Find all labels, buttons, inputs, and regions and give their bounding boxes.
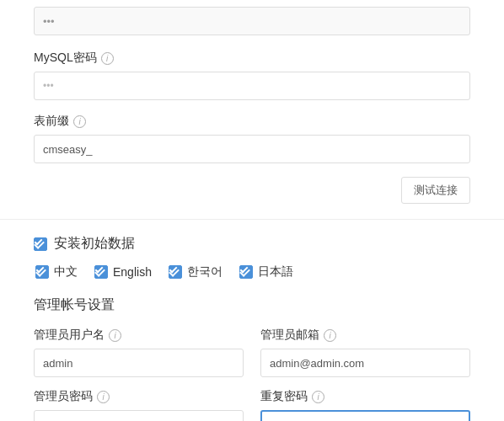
test-connection-row: 测试连接 (34, 177, 470, 204)
username-col: 管理员用户名 i (34, 328, 244, 377)
test-connection-button[interactable]: 测试连接 (401, 177, 470, 204)
table-prefix-group: 表前缀 i (34, 114, 470, 163)
mysql-password-info-icon[interactable]: i (101, 52, 114, 65)
confirm-info-icon[interactable]: i (312, 391, 324, 403)
mysql-password-group: MySQL密码 i (34, 51, 470, 100)
table-prefix-info-icon[interactable]: i (73, 115, 86, 128)
install-data-checkbox[interactable] (34, 237, 47, 251)
page-container: MySQL密码 i 表前缀 i 测试连接 安装初始数据 中文 English (0, 0, 504, 421)
language-row: 中文 English 한국어 日本語 (34, 264, 470, 280)
password-input[interactable] (34, 410, 244, 421)
lang-checkbox-english[interactable] (94, 265, 108, 279)
mysql-password-label: MySQL密码 i (34, 51, 470, 66)
email-label: 管理员邮箱 i (260, 328, 470, 343)
email-label-text: 管理员邮箱 (260, 328, 319, 343)
password-col: 管理员密码 i (34, 389, 244, 421)
lang-item-japanese: 日本語 (239, 264, 293, 280)
lang-checkbox-japanese[interactable] (239, 265, 253, 279)
lang-label-chinese: 中文 (54, 264, 78, 280)
mysql-password-input[interactable] (34, 72, 470, 100)
lang-label-korean: 한국어 (187, 264, 223, 280)
lang-item-korean: 한국어 (169, 264, 223, 280)
install-data-title: 安装初始数据 (54, 235, 135, 253)
confirm-label-text: 重复密码 (260, 389, 308, 404)
table-prefix-label: 表前缀 i (34, 114, 470, 129)
mysql-password-text: MySQL密码 (34, 51, 97, 66)
top-field-section (34, 0, 470, 35)
email-info-icon[interactable]: i (324, 329, 336, 342)
admin-row-2: 管理员密码 i 重复密码 i (34, 389, 470, 421)
email-col: 管理员邮箱 i (260, 328, 470, 377)
install-data-section-header: 安装初始数据 (34, 235, 470, 253)
table-prefix-text: 表前缀 (34, 114, 69, 129)
username-label-text: 管理员用户名 (34, 328, 105, 343)
confirm-password-input[interactable] (260, 410, 470, 421)
password-label-text: 管理员密码 (34, 389, 93, 404)
confirm-label: 重复密码 i (260, 389, 470, 404)
confirm-col: 重复密码 i (260, 389, 470, 421)
username-info-icon[interactable]: i (109, 329, 121, 342)
lang-label-english: English (113, 265, 152, 279)
username-input[interactable] (34, 349, 244, 377)
lang-item-english: English (94, 265, 152, 279)
password-info-icon[interactable]: i (97, 391, 110, 403)
lang-label-japanese: 日本語 (258, 264, 293, 280)
section-divider-1 (0, 219, 504, 220)
username-label: 管理员用户名 i (34, 328, 244, 343)
admin-section-title: 管理帐号设置 (34, 296, 470, 314)
lang-item-chinese: 中文 (35, 264, 78, 280)
admin-row-1: 管理员用户名 i 管理员邮箱 i (34, 328, 470, 377)
table-prefix-input[interactable] (34, 135, 470, 163)
top-masked-input[interactable] (34, 7, 470, 35)
password-label: 管理员密码 i (34, 389, 244, 404)
email-input[interactable] (260, 349, 470, 377)
lang-checkbox-chinese[interactable] (35, 265, 49, 279)
lang-checkbox-korean[interactable] (169, 265, 182, 279)
